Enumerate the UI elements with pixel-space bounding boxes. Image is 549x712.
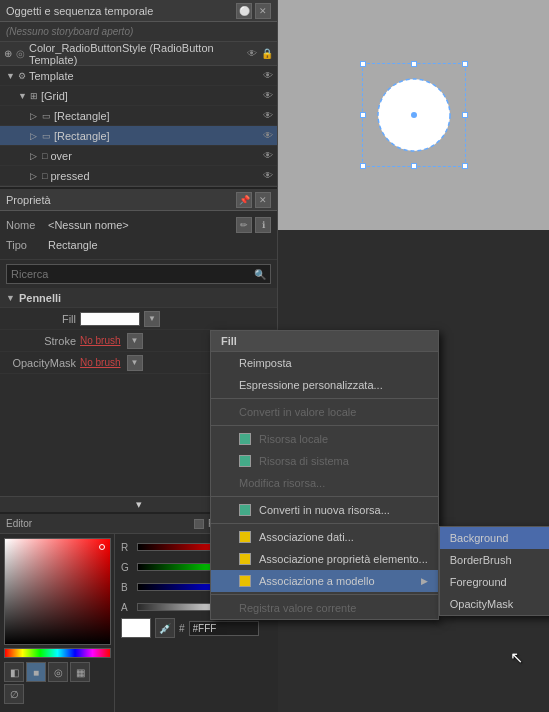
hue-slider[interactable] (4, 648, 111, 658)
item-icon-template: ⚙ (18, 71, 26, 81)
timeline-x-btn[interactable]: ✕ (255, 3, 271, 19)
item-right-rect1: 👁 (263, 110, 273, 121)
fill-type-btn[interactable]: ▼ (144, 311, 160, 327)
menu-item-assoc-prop[interactable]: Associazione proprietà elemento... (211, 548, 438, 570)
handle-bm[interactable] (411, 163, 417, 169)
editor-label: Editor (6, 518, 32, 529)
submenu-label: Background (450, 532, 509, 544)
timeline-pin-btn[interactable]: ⚪ (236, 3, 252, 19)
context-menu-title: Fill (211, 331, 438, 352)
handle-bl[interactable] (360, 163, 366, 169)
tree-eye-grid[interactable]: 👁 (263, 90, 273, 101)
handle-br[interactable] (462, 163, 468, 169)
template-eye-icon[interactable]: 👁 (247, 48, 257, 59)
stroke-value[interactable]: No brush (80, 335, 121, 346)
menu-label: Associazione a modello (259, 575, 375, 587)
template-lock-icon[interactable]: 🔒 (261, 48, 273, 59)
props-x-btn[interactable]: ✕ (255, 192, 271, 208)
submenu-label: BorderBrush (450, 554, 512, 566)
color-gradient[interactable] (4, 538, 111, 645)
submenu-item-foreground[interactable]: Foreground (440, 571, 549, 593)
submenu-item-opacitymask[interactable]: OpacityMask (440, 593, 549, 615)
submenu-item-background[interactable]: Background (440, 527, 549, 549)
tree-item-grid[interactable]: ▼ ⊞ [Grid] 👁 (0, 86, 277, 106)
tree-eye-icon[interactable]: 👁 (263, 70, 273, 81)
menu-sep-1 (211, 398, 438, 399)
handle-tm[interactable] (411, 61, 417, 67)
item-icon-grid: ⊞ (30, 91, 38, 101)
handle-mr[interactable] (462, 112, 468, 118)
prop-name-icons: ✏ ℹ (236, 217, 271, 233)
handle-tr[interactable] (462, 61, 468, 67)
tree-item-rect1[interactable]: ▷ ▭ [Rectangle] 👁 (0, 106, 277, 126)
props-name-section: Nome <Nessun nome> ✏ ℹ Tipo Rectangle (0, 211, 277, 260)
expand-arrow-pressed: ▷ (30, 171, 40, 181)
tree-eye-rect1[interactable]: 👁 (263, 110, 273, 121)
handle-ml[interactable] (360, 112, 366, 118)
menu-label: Associazione proprietà elemento... (259, 553, 428, 565)
canvas-area (278, 0, 549, 230)
radial-tool-icon[interactable]: ◎ (48, 662, 68, 682)
b-label: B (121, 582, 133, 593)
prop-name-edit-btn[interactable]: ✏ (236, 217, 252, 233)
menu-item-converti-nuova[interactable]: Converti in nuova risorsa... (211, 499, 438, 521)
solid-tool-icon[interactable]: ■ (26, 662, 46, 682)
handle-tl[interactable] (360, 61, 366, 67)
fill-row: Fill ▼ (0, 308, 277, 330)
tree-item-template[interactable]: ▼ ⚙ Template 👁 (0, 66, 277, 86)
submenu-label: Foreground (450, 576, 507, 588)
brushes-section-header[interactable]: ▼ Pennelli (0, 288, 277, 308)
menu-item-risorsa-sistema: Risorsa di sistema (211, 450, 438, 472)
hex-input[interactable] (189, 621, 259, 636)
menu-item-reimposta[interactable]: Reimposta (211, 352, 438, 374)
prop-type-value: Rectangle (48, 239, 98, 251)
prop-name-info-btn[interactable]: ℹ (255, 217, 271, 233)
gradient-tool-icon[interactable]: ◧ (4, 662, 24, 682)
opacity-type-btn[interactable]: ▼ (127, 355, 143, 371)
canvas-bg[interactable] (278, 0, 549, 230)
item-icon-rect2: ▭ (42, 131, 51, 141)
search-box[interactable]: 🔍 (6, 264, 271, 284)
item-right: 👁 (263, 70, 273, 81)
tree-eye-rect2[interactable]: 👁 (263, 130, 273, 141)
item-right-pressed: 👁 (263, 170, 273, 181)
stroke-type-btn[interactable]: ▼ (127, 333, 143, 349)
props-title: Proprietà (6, 194, 51, 206)
menu-label: Associazione dati... (259, 531, 354, 543)
item-right-over: 👁 (263, 150, 273, 161)
menu-label: Risorsa locale (259, 433, 328, 445)
canvas-object[interactable] (374, 75, 454, 155)
menu-label: Modifica risorsa... (239, 477, 325, 489)
item-label-pressed: pressed (50, 170, 263, 182)
menu-item-converti-locale: Converti in valore locale (211, 401, 438, 423)
brushes-expand-icon: ▼ (6, 293, 15, 303)
expand-arrow-grid: ▼ (18, 91, 28, 101)
menu-label: Espressione personalizzata... (239, 379, 383, 391)
item-label: Template (29, 70, 263, 82)
props-header-icons: 📌 ✕ (236, 192, 271, 208)
template-root-row[interactable]: ⊕ ◎ Color_RadioButtonStyle (RadioButton … (0, 42, 277, 66)
tree-item-rect2[interactable]: ▷ ▭ [Rectangle] 👁 (0, 126, 277, 146)
menu-item-espressione[interactable]: Espressione personalizzata... (211, 374, 438, 396)
null-tool-icon[interactable]: ∅ (4, 684, 24, 704)
fill-swatch[interactable] (80, 312, 140, 326)
submenu-item-borderbrush[interactable]: BorderBrush (440, 549, 549, 571)
search-input[interactable] (11, 268, 254, 280)
color-preview (121, 618, 151, 638)
menu-item-assoc-modello[interactable]: Associazione a modello ▶ (211, 570, 438, 592)
opacity-value[interactable]: No brush (80, 357, 121, 368)
tree-item-pressed[interactable]: ▷ □ pressed 👁 (0, 166, 277, 186)
editor-collapse-btn[interactable] (194, 519, 204, 529)
menu-item-assoc-dati[interactable]: Associazione dati... (211, 526, 438, 548)
tree-eye-pressed[interactable]: 👁 (263, 170, 273, 181)
eyedropper-icon[interactable]: 💉 (155, 618, 175, 638)
menu-label: Reimposta (239, 357, 292, 369)
swatch-yellow-2 (239, 553, 251, 565)
tree-item-over[interactable]: ▷ □ over 👁 (0, 146, 277, 166)
prop-name-label: Nome (6, 219, 42, 231)
tree-eye-over[interactable]: 👁 (263, 150, 273, 161)
props-pin-btn[interactable]: 📌 (236, 192, 252, 208)
pattern-tool-icon[interactable]: ▦ (70, 662, 90, 682)
menu-item-risorsa-locale: Risorsa locale (211, 428, 438, 450)
fill-label: Fill (6, 313, 76, 325)
